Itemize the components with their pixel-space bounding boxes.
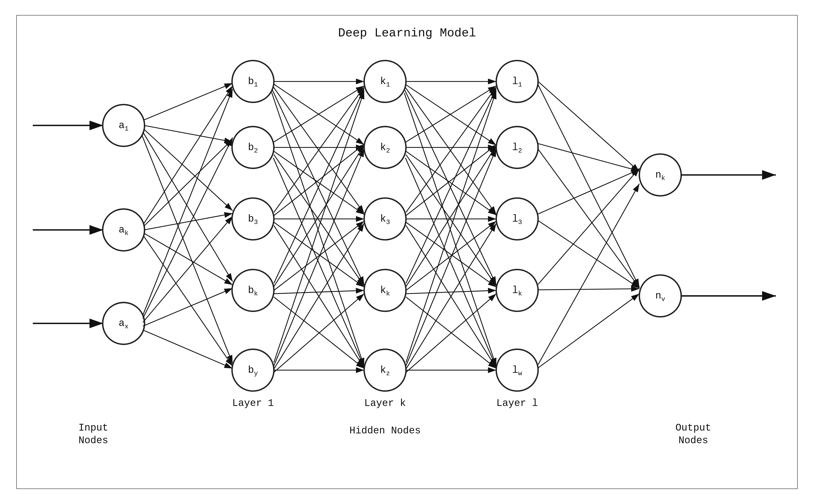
hidden-nodes-label: Hidden Nodes — [349, 425, 421, 436]
conn-a1-b1 — [144, 83, 233, 120]
conn-k3-l1 — [406, 87, 496, 212]
conn-b2-kk — [274, 155, 364, 286]
conn-kk-l2 — [406, 146, 496, 287]
input-nodes-label2: Nodes — [78, 435, 108, 446]
input-nodes-label: Input — [78, 423, 108, 434]
conn-ak-by — [144, 237, 233, 367]
conn-k2-lw — [405, 158, 496, 367]
conn-l2-nk — [538, 144, 639, 171]
layer1-label: Layer 1 — [232, 398, 274, 409]
conn-a1-b2 — [144, 126, 233, 142]
conn-l3-nv — [538, 221, 639, 288]
diagram-title: Deep Learning Model — [338, 26, 476, 40]
conn-lw-nv — [538, 294, 639, 368]
conn-l1-nk — [538, 81, 639, 172]
conn-ak-b2 — [144, 139, 233, 226]
conn-lw-nk — [538, 184, 639, 365]
output-nodes-label: Output — [675, 423, 711, 434]
conn-ax-bk — [143, 288, 233, 326]
conn-kk-lk — [406, 290, 496, 294]
conn-ax-b3 — [143, 216, 233, 322]
layerl-label: Layer l — [496, 398, 538, 409]
conn-kk-l1 — [406, 89, 496, 283]
conn-by-k1 — [274, 91, 364, 363]
conn-k2-lk — [406, 155, 496, 286]
conn-b3-k1 — [274, 87, 364, 212]
layerk-label: Layer k — [364, 398, 406, 409]
conn-bk-kk — [274, 290, 364, 294]
conn-l3-nk — [538, 170, 639, 214]
conn-ak-b1 — [144, 86, 233, 223]
conn-ax-b1 — [143, 89, 233, 315]
diagram-container: Deep Learning Model a1 ak ax — [16, 15, 798, 489]
conn-bk-k2 — [274, 145, 364, 287]
output-nodes-label2: Nodes — [678, 435, 708, 446]
conn-kz-l1 — [406, 91, 496, 363]
conn-b2-k1 — [274, 86, 364, 142]
conn-a1-b3 — [144, 129, 233, 211]
conn-bk-k1 — [274, 89, 364, 283]
conn-lk-nv — [538, 289, 639, 290]
conn-b1-k2 — [274, 84, 364, 145]
conn-ax-by — [143, 330, 233, 369]
